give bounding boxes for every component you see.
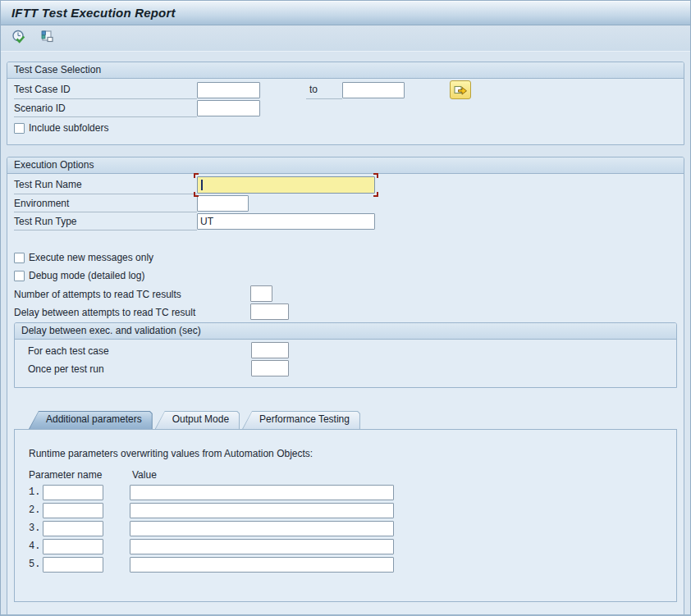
test-run-type-label: Test Run Type: [14, 216, 77, 227]
parameter-value-input-2[interactable]: [130, 503, 394, 518]
tabstrip: Additional parameters Output Mode Perfor…: [29, 411, 677, 429]
execute-icon: [11, 29, 27, 48]
to-label: to: [309, 84, 318, 95]
title-bar: IFTT Test Execution Report: [1, 1, 690, 25]
row-number: 3.: [29, 522, 40, 534]
include-subfolders-label: Include subfolders: [29, 122, 108, 134]
test-run-type-row: Test Run Type: [14, 212, 677, 230]
focus-corner-icon: [373, 173, 378, 178]
delay-between-attempts-input[interactable]: [250, 303, 289, 320]
once-per-test-run-row: Once per test run: [28, 359, 670, 377]
row-number: 4.: [29, 541, 40, 552]
focused-field-wrapper: [197, 176, 375, 194]
page-title: IFTT Test Execution Report: [11, 6, 176, 20]
scenario-id-input[interactable]: [197, 100, 260, 116]
delay-between-attempts-row: Delay between attempts to read TC result: [14, 303, 677, 321]
execution-options-frame: Execution Options Test Run Name: [7, 157, 684, 616]
parameter-row: 2.: [29, 502, 394, 518]
attempts-input[interactable]: [250, 285, 272, 302]
multiple-selection-icon: [454, 83, 468, 98]
frame-title: Delay between exec. and validation (sec): [15, 323, 676, 340]
environment-label: Environment: [14, 198, 69, 209]
parameter-row: 1.: [29, 484, 394, 500]
scenario-id-label: Scenario ID: [14, 103, 66, 114]
parameter-value-input-3[interactable]: [130, 521, 394, 536]
parameter-name-input-5[interactable]: [43, 557, 103, 573]
debug-mode-checkbox[interactable]: [14, 271, 25, 281]
include-subfolders-checkbox[interactable]: [14, 123, 25, 134]
include-subfolders-row: Include subfolders: [14, 120, 677, 136]
delay-validation-frame: Delay between exec. and validation (sec)…: [14, 322, 677, 388]
parameter-value-input-1[interactable]: [130, 485, 394, 500]
debug-mode-label: Debug mode (detailed log): [29, 270, 144, 281]
execute-new-messages-checkbox[interactable]: [14, 253, 25, 263]
once-per-test-run-label: Once per test run: [28, 363, 104, 375]
tab-label: Output Mode: [155, 411, 240, 428]
test-run-name-label: Test Run Name: [14, 179, 82, 190]
attempts-label: Number of attempts to read TC results: [14, 289, 181, 300]
environment-input[interactable]: [197, 195, 249, 212]
tab-additional-parameters[interactable]: Additional parameters: [29, 411, 153, 429]
get-variant-icon: [39, 29, 55, 48]
focus-corner-icon: [373, 192, 378, 197]
test-run-name-input[interactable]: [197, 176, 375, 194]
application-toolbar: [1, 25, 690, 52]
parameter-value-input-4[interactable]: [130, 539, 394, 554]
tab-performance-testing[interactable]: Performance Testing: [242, 411, 360, 429]
test-case-id-to-input[interactable]: [342, 82, 405, 98]
scenario-id-row: Scenario ID: [14, 99, 677, 117]
parameter-row: 5.: [29, 556, 394, 573]
test-case-id-input[interactable]: [197, 82, 260, 98]
once-per-test-run-input[interactable]: [251, 360, 289, 376]
parameter-name-input-1[interactable]: [43, 485, 103, 500]
tab-label: Additional parameters: [29, 411, 153, 428]
frame-title: Test Case Selection: [7, 62, 684, 79]
text-cursor: [201, 180, 203, 190]
parameter-row: 4.: [29, 538, 394, 554]
parameter-name-header: Parameter name: [29, 469, 102, 481]
sap-window: IFTT Test Execution Report: [0, 0, 691, 616]
execute-new-messages-label: Execute new messages only: [29, 252, 153, 263]
delay-between-attempts-label: Delay between attempts to read TC result: [14, 307, 195, 318]
tab-label: Performance Testing: [242, 411, 360, 428]
frame-title: Execution Options: [7, 157, 684, 174]
debug-mode-row: Debug mode (detailed log): [14, 267, 677, 285]
selection-screen: Test Case Selection Test Case ID to: [1, 52, 690, 615]
runtime-parameters-intro: Runtime parameters overwriting values fr…: [29, 448, 313, 459]
tab-output-mode[interactable]: Output Mode: [155, 411, 240, 429]
row-number: 2.: [29, 504, 40, 516]
test-run-type-input[interactable]: [197, 213, 375, 230]
parameter-value-input-5[interactable]: [130, 557, 394, 573]
parameter-name-input-2[interactable]: [43, 503, 103, 518]
test-case-id-label: Test Case ID: [14, 84, 71, 95]
tab-content-additional-parameters: Runtime parameters overwriting values fr…: [14, 429, 677, 602]
attempts-row: Number of attempts to read TC results: [14, 285, 677, 303]
parameter-row: 3.: [29, 520, 394, 536]
row-number: 5.: [29, 559, 40, 570]
row-number: 1.: [29, 486, 40, 498]
parameter-name-input-4[interactable]: [43, 539, 103, 554]
execute-button[interactable]: [10, 30, 28, 48]
execute-new-messages-row: Execute new messages only: [14, 249, 677, 267]
for-each-test-case-input[interactable]: [251, 342, 289, 358]
parameter-name-input-3[interactable]: [43, 521, 103, 536]
multiple-selection-button[interactable]: [450, 80, 471, 99]
environment-row: Environment: [14, 194, 677, 212]
focus-corner-icon: [194, 173, 199, 178]
for-each-test-case-row: For each test case: [28, 341, 670, 359]
test-run-name-row: Test Run Name: [14, 176, 677, 194]
value-header: Value: [132, 469, 157, 481]
get-variant-button[interactable]: [38, 30, 56, 48]
test-case-id-row: Test Case ID to: [14, 80, 677, 99]
focus-corner-icon: [194, 192, 199, 197]
for-each-test-case-label: For each test case: [28, 345, 109, 357]
test-case-selection-frame: Test Case Selection Test Case ID to: [7, 62, 684, 145]
